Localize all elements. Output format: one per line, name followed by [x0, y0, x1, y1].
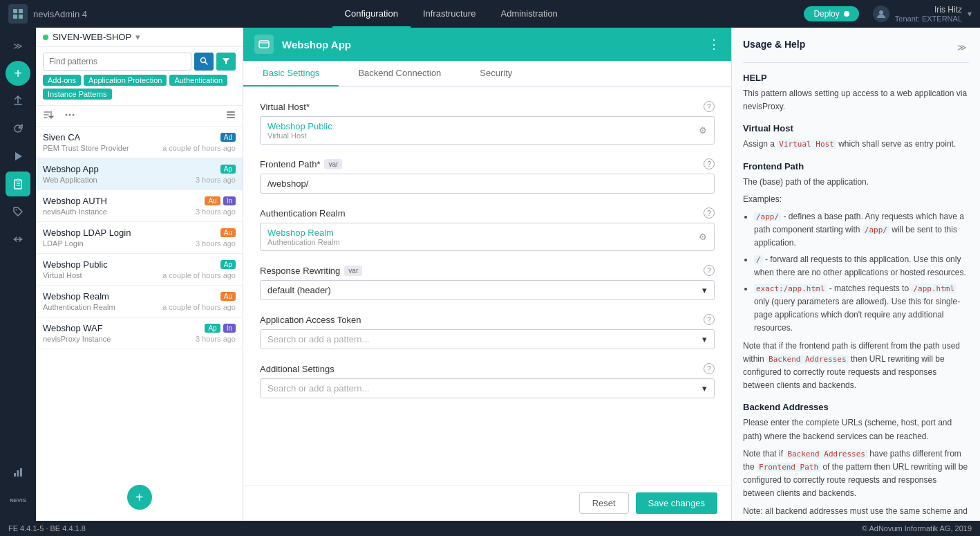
save-button[interactable]: Save changes — [636, 492, 717, 514]
pattern-type: LDAP Login — [43, 239, 84, 248]
config-app-title: Webshop App — [282, 39, 699, 50]
virtual-host-help-icon[interactable]: ? — [704, 101, 715, 112]
auth-realm-link[interactable]: Webshop Realm — [267, 228, 334, 238]
svg-point-16 — [66, 114, 68, 116]
main-layout: ≫ + NEVIS SIVEN-WEB-SHOP ▾ — [0, 28, 980, 521]
pattern-type: PEM Trust Store Provider — [43, 144, 129, 152]
reset-button[interactable]: Reset — [579, 492, 629, 514]
add-button[interactable]: + — [6, 61, 30, 86]
pattern-badge-ap: Ap — [220, 165, 236, 174]
filter-button[interactable] — [216, 53, 236, 71]
list-item[interactable]: Webshop Realm Au Authentication Realm a … — [36, 286, 243, 317]
pattern-time: a couple of hours ago — [162, 144, 236, 152]
dropdown-chevron-icon-3: ▾ — [702, 383, 707, 394]
pattern-type: nevisProxy Instance — [43, 335, 111, 343]
user-dropdown-icon[interactable]: ▾ — [968, 9, 972, 19]
tag-instance-patterns[interactable]: Instance Patterns — [43, 89, 112, 100]
list-item[interactable]: Webshop LDAP Login Au LDAP Login 3 hours… — [36, 222, 243, 254]
frontend-path-label: Frontend Path* — [260, 159, 320, 169]
help-examples-list: /app/ - defines a base path. Any request… — [754, 210, 969, 335]
help-frontend-path-title: Frontend Path — [743, 161, 969, 172]
tag-app-protection[interactable]: Application Protection — [84, 75, 167, 86]
patterns-panel: SIVEN-WEB-SHOP ▾ Add-ons Application Pro… — [36, 28, 243, 521]
tab-backend-connection[interactable]: Backend Connection — [339, 61, 460, 86]
clipboard-icon[interactable] — [6, 172, 30, 196]
virtual-host-link[interactable]: Webshop Public — [267, 121, 332, 131]
help-expand-button[interactable]: ≫ — [955, 40, 969, 54]
pattern-name: Webshop App — [43, 164, 99, 174]
config-tabs: Basic Settings Backend Connection Securi… — [243, 61, 731, 87]
tag-icon[interactable] — [6, 199, 30, 224]
list-item[interactable]: Webshop AUTH Au In nevisAuth Instance 3 … — [36, 190, 243, 222]
pattern-type: Authentication Realm — [43, 303, 115, 311]
search-button[interactable] — [194, 53, 214, 71]
help-section-title: HELP — [743, 73, 969, 83]
svg-point-10 — [16, 210, 17, 211]
frontend-path-input[interactable] — [260, 174, 715, 194]
tag-addons[interactable]: Add-ons — [43, 75, 81, 86]
search-input[interactable] — [43, 53, 191, 71]
nav-tab-administration[interactable]: Administration — [488, 0, 569, 28]
list-item[interactable]: Webshop Public Ap Virtual Host a couple … — [36, 254, 243, 286]
auth-realm-subtitle: Authentication Realm — [267, 238, 340, 246]
list-item[interactable]: Webshop WAF Ap In nevisProxy Instance 3 … — [36, 317, 243, 349]
refresh-icon[interactable] — [6, 116, 30, 141]
config-area: Webshop App ⋮ Basic Settings Backend Con… — [243, 28, 731, 521]
virtual-host-gear-icon[interactable]: ⚙ — [699, 125, 707, 136]
config-menu-button[interactable]: ⋮ — [708, 37, 720, 52]
siven-status-dot — [43, 35, 48, 40]
frontend-path-field: Frontend Path* var ? — [260, 158, 715, 194]
additional-settings-placeholder: Search or add a pattern... — [267, 383, 369, 394]
version-info: FE 4.4.1-5 · BE 4.4.1.8 — [8, 524, 86, 533]
auth-realm-input[interactable]: Webshop Realm Authentication Realm ⚙ — [260, 223, 715, 251]
list-item[interactable]: Siven CA Ad PEM Trust Store Provider a c… — [36, 127, 243, 158]
svg-point-18 — [73, 114, 75, 116]
additional-settings-help-icon[interactable]: ? — [704, 363, 715, 374]
pattern-badge-in: In — [223, 324, 236, 333]
pattern-time: 3 hours ago — [196, 207, 236, 216]
response-rewriting-value: default (header) — [267, 285, 331, 295]
app-type-icon — [254, 35, 274, 54]
help-panel-title: Usage & Help — [743, 39, 805, 50]
siven-dropdown-icon[interactable]: ▾ — [135, 32, 140, 42]
pattern-time: 3 hours ago — [196, 239, 236, 248]
dropdown-chevron-icon-2: ▾ — [702, 334, 707, 344]
auth-realm-gear-icon[interactable]: ⚙ — [699, 232, 707, 242]
access-token-help-icon[interactable]: ? — [704, 314, 715, 325]
top-nav: nevisAdmin 4 Configuration Infrastructur… — [0, 0, 980, 28]
additional-settings-label: Additional Settings — [260, 364, 334, 374]
response-rewriting-select[interactable]: default (header) ▾ — [260, 280, 715, 300]
more-options-icon[interactable] — [65, 110, 75, 122]
patterns-tags: Add-ons Application Protection Authentic… — [43, 75, 236, 100]
access-token-field: Application Access Token ? Search or add… — [260, 314, 715, 349]
auth-realm-help-icon[interactable]: ? — [704, 207, 715, 219]
chart-icon[interactable] — [6, 460, 30, 485]
left-right-icon[interactable] — [6, 227, 30, 252]
help-intro: This pattern allows setting up access to… — [743, 87, 969, 113]
list-item[interactable]: Webshop App Ap Web Application 3 hours a… — [36, 158, 243, 190]
nav-tab-infrastructure[interactable]: Infrastructure — [411, 0, 489, 28]
user-name: Iris Hitz — [895, 5, 962, 15]
nav-tab-configuration[interactable]: Configuration — [332, 0, 411, 28]
sort-icon[interactable] — [43, 109, 54, 122]
add-pattern-button[interactable]: + — [127, 485, 152, 510]
access-token-select[interactable]: Search or add a pattern... ▾ — [260, 329, 715, 349]
config-header: Webshop App ⋮ — [243, 28, 731, 61]
help-panel: Usage & Help ≫ HELP This pattern allows … — [731, 28, 980, 521]
additional-settings-field: Additional Settings ? Search or add a pa… — [260, 363, 715, 398]
expand-sidebar-button[interactable]: ≫ — [6, 33, 30, 58]
play-icon[interactable] — [6, 144, 30, 169]
virtual-host-input[interactable]: Webshop Public Virtual Host ⚙ — [260, 116, 715, 145]
svg-rect-0 — [13, 9, 17, 13]
additional-settings-select[interactable]: Search or add a pattern... ▾ — [260, 378, 715, 398]
tag-authentication[interactable]: Authentication — [169, 75, 227, 86]
deploy-label: Deploy — [813, 9, 839, 19]
virtual-host-field: Virtual Host* ? Webshop Public Virtual H… — [260, 101, 715, 145]
deploy-button[interactable]: Deploy — [804, 6, 858, 21]
tab-basic-settings[interactable]: Basic Settings — [243, 61, 339, 86]
list-view-icon[interactable] — [226, 110, 236, 122]
upload-icon[interactable] — [6, 89, 30, 113]
response-rewriting-help-icon[interactable]: ? — [704, 265, 715, 276]
frontend-path-help-icon[interactable]: ? — [704, 158, 715, 169]
tab-security[interactable]: Security — [460, 61, 531, 86]
